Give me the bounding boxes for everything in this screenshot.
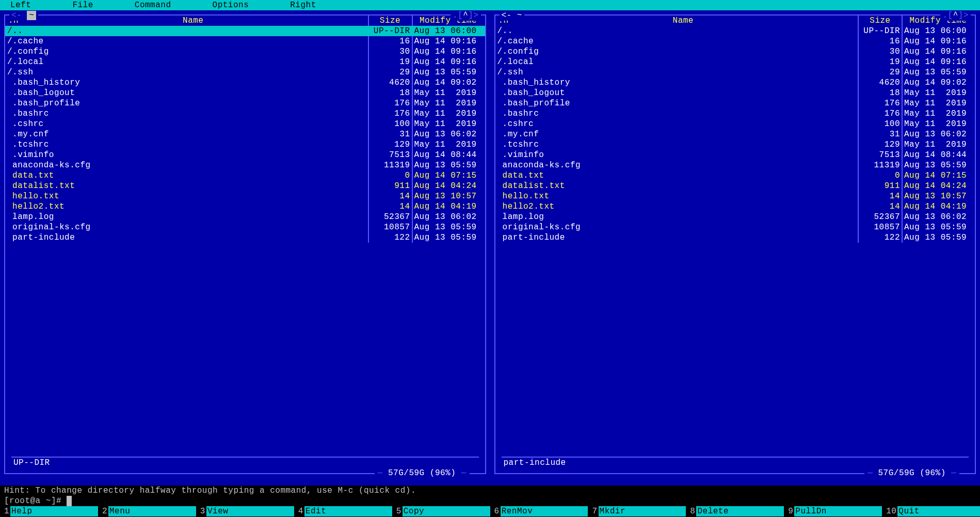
menu-options[interactable]: Options bbox=[213, 0, 249, 10]
file-row[interactable]: anaconda-ks.cfg11319Aug 13 05:59 bbox=[495, 160, 975, 170]
menu-file[interactable]: File bbox=[72, 0, 93, 10]
file-mtime: Aug 14 07:15 bbox=[902, 170, 974, 181]
right-panel-path[interactable]: <- ~ bbox=[500, 10, 524, 21]
left-file-list[interactable]: /..UP--DIRAug 13 06:00/.cache16Aug 14 09… bbox=[5, 26, 485, 243]
file-row[interactable]: .bash_logout18May 11 2019 bbox=[5, 88, 485, 98]
file-row[interactable]: .bash_history4620Aug 14 09:02 bbox=[495, 77, 975, 88]
fkey-view[interactable]: 3View bbox=[196, 506, 294, 516]
file-row[interactable]: /.ssh29Aug 13 05:59 bbox=[5, 67, 485, 77]
left-disk-usage: — 57G/59G (96%) — bbox=[375, 468, 470, 478]
file-row[interactable]: .bashrc176May 11 2019 bbox=[495, 108, 975, 119]
file-row[interactable]: .viminfo7513Aug 14 08:44 bbox=[495, 150, 975, 160]
left-panel-indicator[interactable]: .[^]> bbox=[451, 10, 481, 21]
function-key-bar: 1Help2Menu3View4Edit5Copy6RenMov7Mkdir8D… bbox=[0, 506, 980, 516]
file-name: .cshrc bbox=[496, 119, 858, 129]
menu-left[interactable]: Left bbox=[10, 0, 31, 10]
fkey-renmov[interactable]: 6RenMov bbox=[490, 506, 588, 516]
right-panel[interactable]: <- ~ .[^]> .n Name Size Modify time /..U… bbox=[490, 10, 981, 485]
file-size: 11319 bbox=[368, 160, 412, 170]
file-row[interactable]: hello2.txt14Aug 14 04:19 bbox=[5, 201, 485, 212]
file-mtime: Aug 13 05:59 bbox=[412, 232, 484, 243]
menu-command[interactable]: Command bbox=[135, 0, 171, 10]
file-row[interactable]: part-include122Aug 13 05:59 bbox=[495, 232, 975, 243]
fkey-number: 10 bbox=[882, 506, 897, 516]
fkey-delete[interactable]: 8Delete bbox=[686, 506, 784, 516]
file-row[interactable]: .cshrc100May 11 2019 bbox=[5, 119, 485, 129]
file-row[interactable]: /..UP--DIRAug 13 06:00 bbox=[495, 26, 975, 36]
file-mtime: May 11 2019 bbox=[902, 98, 974, 108]
file-size: 14 bbox=[858, 201, 902, 212]
shell-prompt[interactable]: [root@a ~]# bbox=[4, 496, 980, 506]
fkey-label: PullDn bbox=[794, 506, 882, 516]
file-row[interactable]: lamp.log52367Aug 13 06:02 bbox=[495, 212, 975, 222]
file-mtime: May 11 2019 bbox=[412, 139, 484, 150]
file-row[interactable]: /..UP--DIRAug 13 06:00 bbox=[5, 26, 485, 36]
fkey-mkdir[interactable]: 7Mkdir bbox=[588, 506, 686, 516]
file-row[interactable]: /.cache16Aug 14 09:16 bbox=[5, 36, 485, 46]
file-mtime: Aug 14 09:02 bbox=[902, 77, 974, 88]
file-name: .viminfo bbox=[496, 150, 858, 160]
file-row[interactable]: /.local19Aug 14 09:16 bbox=[495, 57, 975, 67]
file-name: /.local bbox=[6, 57, 368, 67]
file-row[interactable]: .cshrc100May 11 2019 bbox=[495, 119, 975, 129]
file-row[interactable]: .bashrc176May 11 2019 bbox=[5, 108, 485, 119]
file-row[interactable]: .my.cnf31Aug 13 06:02 bbox=[5, 129, 485, 139]
left-panel[interactable]: <- ~ .[^]> .n Name Size Modify time /..U… bbox=[0, 10, 490, 485]
file-name: .bashrc bbox=[6, 108, 368, 119]
file-row[interactable]: datalist.txt911Aug 14 04:24 bbox=[5, 181, 485, 191]
file-row[interactable]: /.config30Aug 14 09:16 bbox=[5, 46, 485, 57]
fkey-help[interactable]: 1Help bbox=[0, 506, 98, 516]
file-size: 10857 bbox=[368, 222, 412, 232]
file-mtime: Aug 14 04:24 bbox=[902, 181, 974, 191]
file-row[interactable]: .tcshrc129May 11 2019 bbox=[5, 139, 485, 150]
file-row[interactable]: /.config30Aug 14 09:16 bbox=[495, 46, 975, 57]
file-size: 29 bbox=[368, 67, 412, 77]
menu-right[interactable]: Right bbox=[290, 0, 316, 10]
file-size: 14 bbox=[368, 201, 412, 212]
file-row[interactable]: hello.txt14Aug 13 10:57 bbox=[5, 191, 485, 201]
file-mtime: Aug 13 05:59 bbox=[412, 160, 484, 170]
fkey-copy[interactable]: 5Copy bbox=[392, 506, 490, 516]
file-mtime: May 11 2019 bbox=[902, 119, 974, 129]
file-row[interactable]: hello.txt14Aug 13 10:57 bbox=[495, 191, 975, 201]
file-row[interactable]: original-ks.cfg10857Aug 13 05:59 bbox=[495, 222, 975, 232]
file-mtime: Aug 14 04:19 bbox=[412, 201, 484, 212]
file-row[interactable]: anaconda-ks.cfg11319Aug 13 05:59 bbox=[5, 160, 485, 170]
file-size: 14 bbox=[858, 191, 902, 201]
file-row[interactable]: original-ks.cfg10857Aug 13 05:59 bbox=[5, 222, 485, 232]
fkey-edit[interactable]: 4Edit bbox=[294, 506, 392, 516]
file-row[interactable]: .bash_profile176May 11 2019 bbox=[5, 98, 485, 108]
file-mtime: Aug 14 09:02 bbox=[412, 77, 484, 88]
file-mtime: Aug 14 07:15 bbox=[412, 170, 484, 181]
file-mtime: Aug 14 09:16 bbox=[412, 57, 484, 67]
file-row[interactable]: .my.cnf31Aug 13 06:02 bbox=[495, 129, 975, 139]
right-panel-indicator[interactable]: .[^]> bbox=[940, 10, 971, 21]
fkey-label: Copy bbox=[403, 506, 490, 516]
fkey-quit[interactable]: 10Quit bbox=[882, 506, 980, 516]
file-row[interactable]: .bash_profile176May 11 2019 bbox=[495, 98, 975, 108]
file-name: anaconda-ks.cfg bbox=[496, 160, 858, 170]
file-row[interactable]: /.cache16Aug 14 09:16 bbox=[495, 36, 975, 46]
file-row[interactable]: .bash_history4620Aug 14 09:02 bbox=[5, 77, 485, 88]
file-row[interactable]: part-include122Aug 13 05:59 bbox=[5, 232, 485, 243]
file-row[interactable]: data.txt0Aug 14 07:15 bbox=[5, 170, 485, 181]
file-row[interactable]: .tcshrc129May 11 2019 bbox=[495, 139, 975, 150]
right-file-list[interactable]: /..UP--DIRAug 13 06:00/.cache16Aug 14 09… bbox=[495, 26, 975, 243]
file-size: 122 bbox=[858, 232, 902, 243]
file-row[interactable]: .bash_logout18May 11 2019 bbox=[495, 88, 975, 98]
file-row[interactable]: data.txt0Aug 14 07:15 bbox=[495, 170, 975, 181]
file-name: hello2.txt bbox=[496, 201, 858, 212]
file-row[interactable]: hello2.txt14Aug 14 04:19 bbox=[495, 201, 975, 212]
file-name: datalist.txt bbox=[496, 181, 858, 191]
fkey-label: Mkdir bbox=[599, 506, 686, 516]
left-panel-path[interactable]: <- ~ bbox=[9, 10, 38, 21]
file-row[interactable]: .viminfo7513Aug 14 08:44 bbox=[5, 150, 485, 160]
file-name: .bash_logout bbox=[496, 88, 858, 98]
fkey-pulldn[interactable]: 9PullDn bbox=[784, 506, 882, 516]
fkey-label: Delete bbox=[696, 506, 784, 516]
file-row[interactable]: /.local19Aug 14 09:16 bbox=[5, 57, 485, 67]
file-row[interactable]: lamp.log52367Aug 13 06:02 bbox=[5, 212, 485, 222]
file-row[interactable]: /.ssh29Aug 13 05:59 bbox=[495, 67, 975, 77]
fkey-menu[interactable]: 2Menu bbox=[98, 506, 196, 516]
file-row[interactable]: datalist.txt911Aug 14 04:24 bbox=[495, 181, 975, 191]
